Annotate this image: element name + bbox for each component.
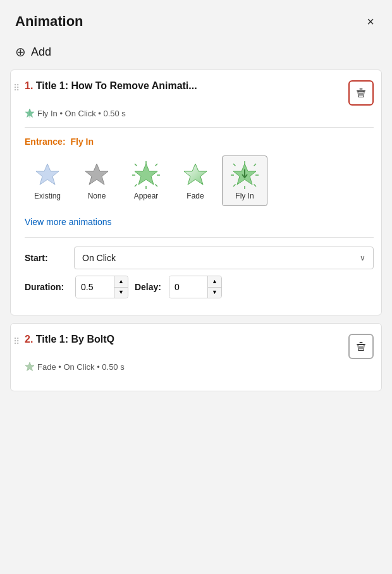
card-2-subtitle-text: Fade • On Click • 0.50 s xyxy=(37,362,125,372)
animation-card-2: ⠿ 2. Title 1: By BoltQ xyxy=(10,323,382,391)
add-icon: ⊕ xyxy=(15,44,26,59)
appear-label: Appear xyxy=(134,192,159,200)
card-1-subtitle-text: Fly In • On Click • 0.50 s xyxy=(37,109,126,118)
card-1-content: 1. Title 1: How To Remove Animati... xyxy=(22,70,381,315)
delay-input[interactable] xyxy=(169,276,207,298)
card-1-header: 1. Title 1: How To Remove Animati... xyxy=(25,80,374,106)
add-label: Add xyxy=(31,46,51,59)
none-label: None xyxy=(88,192,106,200)
panel-title: Animation xyxy=(15,13,83,30)
start-value: On Click xyxy=(82,253,116,263)
start-label: Start: xyxy=(25,253,69,263)
duration-spin: ▲ ▼ xyxy=(114,276,128,298)
card-1-title-text: Title 1: How To Remove Animati... xyxy=(36,80,197,91)
svg-line-24 xyxy=(233,164,236,166)
delete-button-1[interactable] xyxy=(348,80,374,106)
subtitle-star-icon xyxy=(25,108,35,118)
svg-marker-9 xyxy=(135,164,157,185)
trash-icon xyxy=(355,87,367,99)
card-1-title: 1. Title 1: How To Remove Animati... xyxy=(25,80,343,92)
delay-spin: ▲ ▼ xyxy=(207,276,221,298)
svg-line-16 xyxy=(156,164,158,166)
delay-label: Delay: xyxy=(135,282,162,292)
duration-input[interactable] xyxy=(76,276,114,298)
delay-down-button[interactable]: ▼ xyxy=(208,288,221,298)
flyin-star-icon xyxy=(231,161,259,189)
svg-rect-30 xyxy=(360,342,363,343)
svg-line-14 xyxy=(135,164,137,166)
delay-up-button[interactable]: ▲ xyxy=(208,276,221,288)
fade-star-icon xyxy=(181,161,209,189)
start-row: Start: On Click ∨ xyxy=(25,247,374,269)
flyin-label: Fly In xyxy=(235,192,254,200)
svg-rect-1 xyxy=(360,89,363,89)
none-star-icon xyxy=(83,161,111,189)
panel-header: Animation × xyxy=(0,0,392,40)
delay-input-group: ▲ ▼ xyxy=(169,276,222,298)
card-1-number: 1. xyxy=(25,80,33,91)
drag-handle-1[interactable]: ⠿ xyxy=(11,70,22,106)
view-more-link[interactable]: View more animations xyxy=(25,217,111,227)
chevron-down-icon: ∨ xyxy=(360,253,365,262)
divider-1 xyxy=(25,127,374,128)
entrance-label-text: Entrance: xyxy=(25,137,66,147)
drag-handle-2[interactable]: ⠿ xyxy=(11,324,22,359)
svg-marker-34 xyxy=(25,362,34,371)
svg-marker-7 xyxy=(36,164,59,185)
close-button[interactable]: × xyxy=(364,13,377,30)
duration-row: Duration: ▲ ▼ Delay: ▲ ▼ xyxy=(25,276,374,298)
card-2-subtitle: Fade • On Click • 0.50 s xyxy=(25,362,374,372)
duration-label: Duration: xyxy=(25,282,69,292)
svg-marker-18 xyxy=(184,164,207,185)
anim-option-fade[interactable]: Fade xyxy=(173,156,218,206)
add-section[interactable]: ⊕ Add xyxy=(0,40,392,70)
fade-label: Fade xyxy=(187,192,204,200)
card2-star-icon xyxy=(25,362,35,372)
card-2-content: 2. Title 1: By BoltQ xyxy=(22,324,381,391)
start-select[interactable]: On Click ∨ xyxy=(74,247,374,269)
card-2-title: 2. Title 1: By BoltQ xyxy=(25,334,343,345)
animation-panel: Animation × ⊕ Add ⠿ 1. Title 1: How To R… xyxy=(0,0,392,574)
entrance-label: Entrance: Fly In xyxy=(25,137,374,147)
svg-line-17 xyxy=(135,185,137,187)
anim-option-flyin[interactable]: Fly In xyxy=(222,156,267,206)
anim-option-appear[interactable]: Appear xyxy=(123,156,169,206)
anim-option-none[interactable]: None xyxy=(74,156,119,206)
duration-up-button[interactable]: ▲ xyxy=(114,276,128,288)
anim-option-existing[interactable]: Existing xyxy=(25,156,70,206)
svg-line-25 xyxy=(254,185,257,187)
appear-star-icon xyxy=(132,161,160,189)
existing-label: Existing xyxy=(34,192,61,200)
animation-card-1: ⠿ 1. Title 1: How To Remove Animati... xyxy=(10,70,382,315)
duration-down-button[interactable]: ▼ xyxy=(114,288,128,298)
svg-line-15 xyxy=(156,185,158,187)
divider-2 xyxy=(25,237,374,238)
svg-line-27 xyxy=(233,185,236,187)
svg-line-26 xyxy=(254,164,257,166)
animation-options: Existing None xyxy=(25,156,374,206)
entrance-value: Fly In xyxy=(70,137,94,147)
duration-input-group: ▲ ▼ xyxy=(75,276,128,298)
svg-marker-8 xyxy=(85,164,108,185)
trash-icon-2 xyxy=(355,341,367,352)
delete-button-2[interactable] xyxy=(348,334,374,359)
card-2-number: 2. xyxy=(25,334,33,345)
existing-star-icon xyxy=(34,161,61,189)
card-2-title-text: Title 1: By BoltQ xyxy=(36,334,114,345)
card-2-header: 2. Title 1: By BoltQ xyxy=(25,334,374,359)
card-1-subtitle: Fly In • On Click • 0.50 s xyxy=(25,108,374,118)
